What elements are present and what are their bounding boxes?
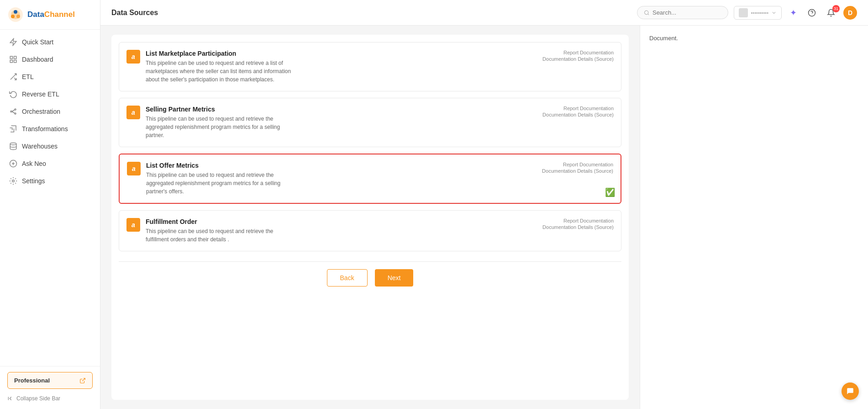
card-title-4: Fulfillment Order — [146, 218, 535, 225]
pipeline-card-list-marketplace[interactable]: a List Marketplace Participation This pi… — [119, 42, 621, 91]
card-title-1: List Marketplace Participation — [146, 50, 535, 57]
svg-point-20 — [12, 180, 15, 182]
svg-line-14 — [12, 110, 15, 112]
bottom-actions: Back Next — [119, 261, 621, 296]
svg-rect-5 — [10, 56, 12, 58]
pipeline-card-fulfillment[interactable]: a Fulfillment Order This pipeline can be… — [119, 210, 621, 251]
collapse-icon — [7, 395, 14, 402]
svg-point-2 — [14, 10, 17, 14]
svg-line-15 — [12, 112, 15, 113]
svg-point-23 — [645, 11, 648, 14]
nav-label-dashboard: Dashboard — [22, 56, 53, 63]
card-title-3: List Offer Metrics — [146, 162, 535, 169]
doc-panel: Document. — [640, 26, 868, 409]
back-button[interactable]: Back — [327, 269, 368, 287]
sidebar-item-orchestration[interactable]: Orchestration — [0, 103, 100, 120]
svg-point-16 — [10, 143, 16, 145]
amazon-icon-3: a — [127, 162, 141, 175]
card-title-2: Selling Partner Metrics — [146, 106, 535, 113]
svg-point-11 — [11, 111, 12, 112]
selected-check-icon: ✅ — [605, 187, 615, 197]
logo: Data Channel — [0, 0, 100, 30]
nav-label-ask-neo: Ask Neo — [22, 160, 46, 167]
svg-point-3 — [11, 15, 15, 18]
notification-count: 31 — [832, 5, 840, 12]
amazon-icon-4: a — [126, 218, 140, 232]
sidebar-item-quick-start[interactable]: Quick Start — [0, 33, 100, 51]
sidebar-item-dashboard[interactable]: Dashboard — [0, 51, 100, 68]
professional-badge[interactable]: Professional — [7, 372, 93, 389]
page-title: Data Sources — [111, 9, 158, 17]
pipeline-card-selling-partner[interactable]: a Selling Partner Metrics This pipeline … — [119, 98, 621, 147]
svg-point-13 — [15, 113, 16, 114]
card-desc-3: This pipeline can be used to request and… — [146, 171, 292, 196]
external-link-icon — [79, 377, 86, 384]
user-avatar-small — [739, 8, 748, 17]
content-area: a List Marketplace Participation This pi… — [100, 26, 868, 409]
sidebar-footer: Professional Collapse Side Bar — [0, 366, 100, 409]
sidebar: Data Channel Quick Start Dashboard ETL R… — [0, 0, 100, 409]
svg-line-24 — [648, 14, 649, 15]
nav-label-quick-start: Quick Start — [22, 38, 53, 46]
search-input[interactable] — [652, 9, 722, 16]
sidebar-item-etl[interactable]: ETL — [0, 68, 100, 85]
logo-channel: Channel — [44, 10, 75, 19]
pipeline-section: a List Marketplace Participation This pi… — [100, 26, 640, 409]
avatar: D — [843, 6, 857, 20]
nav-label-warehouses: Warehouses — [22, 143, 58, 150]
sidebar-item-warehouses[interactable]: Warehouses — [0, 138, 100, 155]
sidebar-item-transformations[interactable]: Transformations — [0, 120, 100, 138]
svg-rect-6 — [14, 56, 16, 58]
pipeline-list: a List Marketplace Participation This pi… — [111, 35, 629, 400]
card-link2-2[interactable]: Documentation Details (Source) — [542, 112, 614, 117]
chat-icon — [846, 387, 854, 395]
nav-label-transformations: Transformations — [22, 125, 68, 133]
card-link1-2[interactable]: Report Documentation — [563, 106, 614, 111]
amazon-icon-2: a — [126, 106, 140, 119]
card-desc-2: This pipeline can be used to request and… — [146, 115, 292, 139]
svg-line-21 — [82, 378, 85, 381]
help-button[interactable] — [805, 7, 819, 19]
collapse-sidebar-button[interactable]: Collapse Side Bar — [7, 393, 93, 404]
card-desc-4: This pipeline can be used to request and… — [146, 227, 292, 244]
sidebar-item-reverse-etl[interactable]: Reverse ETL — [0, 85, 100, 103]
nav-label-reverse-etl: Reverse ETL — [22, 90, 59, 98]
collapse-label: Collapse Side Bar — [16, 395, 60, 402]
card-link2-1[interactable]: Documentation Details (Source) — [542, 56, 614, 62]
nav-label-etl: ETL — [22, 73, 34, 80]
svg-rect-7 — [10, 60, 12, 63]
main-content: Data Sources •••••••••• ✦ 31 D — [100, 0, 868, 409]
search-box[interactable] — [637, 6, 728, 19]
help-icon — [808, 9, 816, 17]
card-link2-4[interactable]: Documentation Details (Source) — [542, 224, 614, 230]
doc-text: Document. — [649, 35, 859, 42]
header: Data Sources •••••••••• ✦ 31 D — [100, 0, 868, 26]
next-button[interactable]: Next — [375, 269, 414, 287]
card-link1-1[interactable]: Report Documentation — [563, 50, 614, 55]
chat-bubble[interactable] — [842, 382, 859, 400]
user-name: •••••••••• — [751, 10, 768, 16]
svg-point-12 — [15, 109, 16, 110]
pipeline-card-list-offer[interactable]: a List Offer Metrics This pipeline can b… — [119, 154, 621, 204]
notifications-wrapper: 31 — [824, 7, 838, 19]
professional-label: Professional — [14, 377, 50, 384]
header-right: •••••••••• ✦ 31 D — [637, 6, 857, 20]
svg-point-4 — [16, 15, 20, 18]
search-icon — [644, 10, 649, 16]
sidebar-item-ask-neo[interactable]: Ask Neo — [0, 155, 100, 172]
sparkle-button[interactable]: ✦ — [787, 6, 800, 20]
sidebar-item-settings[interactable]: Settings — [0, 172, 100, 190]
notifications-button[interactable]: 31 — [824, 7, 838, 19]
svg-rect-8 — [14, 60, 16, 63]
nav-label-orchestration: Orchestration — [22, 108, 60, 115]
chevron-down-icon — [771, 10, 777, 16]
user-selector[interactable]: •••••••••• — [734, 6, 782, 20]
sidebar-nav: Quick Start Dashboard ETL Reverse ETL Or… — [0, 30, 100, 366]
amazon-icon-1: a — [126, 50, 140, 64]
card-desc-1: This pipeline can be used to request and… — [146, 59, 292, 84]
nav-label-settings: Settings — [22, 177, 45, 185]
card-link2-3[interactable]: Documentation Details (Source) — [542, 168, 613, 174]
card-link1-3[interactable]: Report Documentation — [563, 162, 613, 167]
logo-data: Data — [27, 10, 44, 19]
card-link1-4[interactable]: Report Documentation — [563, 218, 614, 223]
